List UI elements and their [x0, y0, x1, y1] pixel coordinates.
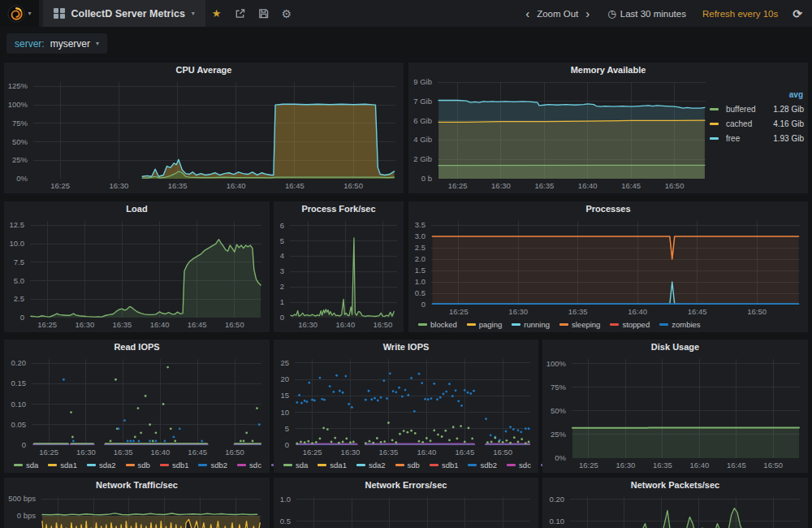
legend-item[interactable]: sda [283, 461, 308, 470]
panel-title[interactable]: Load [4, 201, 270, 216]
legend-item[interactable]: sdb1 [430, 461, 459, 470]
legend-item[interactable]: sda [14, 461, 38, 470]
legend-item[interactable]: sda2 [87, 461, 116, 470]
chart-canvas[interactable] [296, 497, 530, 528]
load-chart[interactable]: 02.55.07.510.012.516:2516:3016:3516:4016… [4, 216, 270, 332]
legend-item[interactable]: buffered1.28 Gib [710, 105, 804, 114]
panel-title[interactable]: Network Packets/sec [542, 478, 808, 492]
processes-chart[interactable]: 00.51.01.52.02.53.03.516:2516:3016:3516:… [408, 216, 808, 332]
zoom-out-button[interactable]: Zoom Out [537, 9, 578, 19]
panel-title[interactable]: Disk Usage [542, 340, 808, 354]
x-axis-tick: 16:45 [680, 308, 715, 316]
refresh-icon[interactable]: ⟳ [793, 7, 802, 20]
chart-canvas[interactable] [32, 359, 261, 445]
panel-title[interactable]: Read IOPS [4, 340, 270, 354]
legend-item[interactable]: sda1 [48, 461, 77, 470]
legend-swatch-icon [160, 464, 169, 466]
settings-button[interactable]: ⚙ [275, 7, 299, 20]
legend-item[interactable]: sdc [507, 461, 531, 470]
y-axis-tick: 7 Gib [408, 97, 432, 106]
x-axis-tick: 16:50 [755, 461, 791, 470]
time-back-button[interactable]: ‹ [524, 7, 531, 19]
legend-item[interactable]: sdb2 [468, 461, 497, 470]
network-errors-chart[interactable]: 1.00.5016:2516:3016:3516:4016:4516:50 [274, 492, 538, 528]
clock-icon: ◷ [607, 8, 615, 19]
chevron-down-icon: ▾ [192, 10, 195, 17]
legend-item[interactable]: sdb1 [160, 461, 189, 470]
legend-item[interactable]: zombies [659, 320, 700, 329]
legend-item[interactable]: sdb [126, 461, 150, 470]
x-axis-tick: 16:50 [485, 448, 520, 457]
chart-canvas[interactable] [572, 359, 800, 458]
x-axis-tick: 16:50 [657, 182, 693, 190]
panel-title[interactable]: Memory Available [408, 63, 808, 77]
chart-canvas[interactable] [570, 497, 800, 528]
x-axis-tick: 16:50 [365, 321, 400, 329]
legend-item[interactable]: stopped [610, 320, 650, 329]
chart-canvas[interactable] [295, 359, 530, 445]
y-axis-tick: 0.20 [4, 359, 26, 367]
panel-title[interactable]: Process Fork/sec [274, 201, 404, 216]
y-axis-tick: 75% [4, 119, 28, 128]
network-packets-chart[interactable]: 0.200.10016:2516:3016:3516:4016:4516:50 [542, 492, 808, 528]
legend-swatch-icon [14, 464, 23, 466]
legend-swatch-icon [430, 464, 438, 466]
time-range-picker[interactable]: Last 30 minutes [620, 9, 686, 19]
dashboard-picker[interactable]: CollectD Server Metrics ▾ [43, 0, 205, 27]
legend-swatch-icon [710, 137, 719, 140]
refresh-interval-picker[interactable]: Refresh every 10s [702, 9, 778, 19]
y-axis-tick: 15 [274, 392, 289, 400]
grafana-logo-icon [7, 5, 25, 23]
legend-item[interactable]: sda1 [317, 461, 347, 470]
panel-title[interactable]: Network Traffic/sec [4, 478, 270, 492]
y-axis-tick: 2 Gib [408, 155, 432, 163]
share-button[interactable] [228, 8, 252, 19]
x-axis-tick: 16:30 [68, 448, 104, 457]
panel-title[interactable]: Network Errors/sec [274, 478, 538, 492]
legend-item[interactable]: sdb [395, 461, 420, 470]
panel-title[interactable]: Processes [408, 201, 808, 216]
chart-canvas[interactable] [33, 82, 395, 179]
chart-canvas[interactable] [438, 82, 706, 179]
legend-item[interactable]: sdb2 [198, 461, 227, 470]
chart-canvas[interactable] [431, 221, 800, 305]
legend-item[interactable]: free1.93 Gib [710, 134, 804, 143]
grafana-menu-button[interactable]: ▾ [0, 0, 39, 27]
legend-item[interactable]: sda2 [356, 461, 386, 470]
legend-item[interactable]: running [512, 320, 550, 329]
y-axis-tick: 2 [274, 283, 284, 291]
dashboard-title: CollectD Server Metrics [71, 8, 185, 19]
y-axis-tick: 100% [4, 101, 28, 109]
chart-canvas[interactable] [41, 497, 261, 528]
memory-available-chart[interactable]: 0 b2 Gib4 Gib6 Gib7 Gib9 Gib16:2516:3016… [408, 77, 808, 193]
x-axis-tick: 16:25 [440, 182, 476, 190]
process-fork-chart[interactable]: 012345616:3016:4016:50 [274, 216, 404, 332]
network-traffic-chart[interactable]: 500 bps0 bps-500 bps16:2516:3016:3516:40… [4, 492, 270, 528]
server-variable-dropdown[interactable]: server: myserver ▾ [6, 33, 107, 54]
legend-item[interactable]: blocked [418, 320, 457, 329]
legend-item[interactable]: paging [467, 320, 503, 329]
y-axis-tick: 7.5 [4, 258, 24, 266]
panel-title[interactable]: CPU Average [4, 63, 404, 77]
y-axis-tick: 25% [4, 156, 28, 164]
panel-load: Load 02.55.07.510.012.516:2516:3016:3516… [4, 201, 270, 332]
star-button[interactable]: ★ [205, 7, 228, 19]
legend-item[interactable]: cached4.16 Gib [710, 119, 804, 128]
cpu-average-chart[interactable]: 0%25%50%75%100%125%16:2516:3016:3516:401… [4, 77, 404, 193]
read-iops-chart[interactable]: 00.050.100.150.2016:2516:3016:3516:4016:… [4, 354, 270, 473]
y-axis-tick: 6 [274, 222, 284, 230]
y-axis-tick: 9 Gib [408, 78, 432, 86]
y-axis-tick: 0 bps [4, 512, 36, 520]
legend-item[interactable]: sdc [237, 461, 261, 470]
write-iops-chart[interactable]: 051015202516:2516:3016:3516:4016:4516:50… [274, 354, 538, 473]
panel-title[interactable]: Write IOPS [274, 340, 538, 354]
disk-usage-chart[interactable]: 0%25%50%75%100%16:2516:3016:3516:4016:45… [542, 354, 808, 473]
chart-canvas[interactable] [30, 221, 261, 318]
y-axis-tick: 4 Gib [408, 136, 432, 144]
chart-canvas[interactable] [290, 221, 397, 318]
save-button[interactable] [252, 8, 275, 19]
legend-swatch-icon [467, 323, 476, 326]
legend-swatch-icon [512, 323, 520, 326]
legend-item[interactable]: sleeping [559, 320, 600, 329]
time-forward-button[interactable]: › [584, 7, 591, 19]
